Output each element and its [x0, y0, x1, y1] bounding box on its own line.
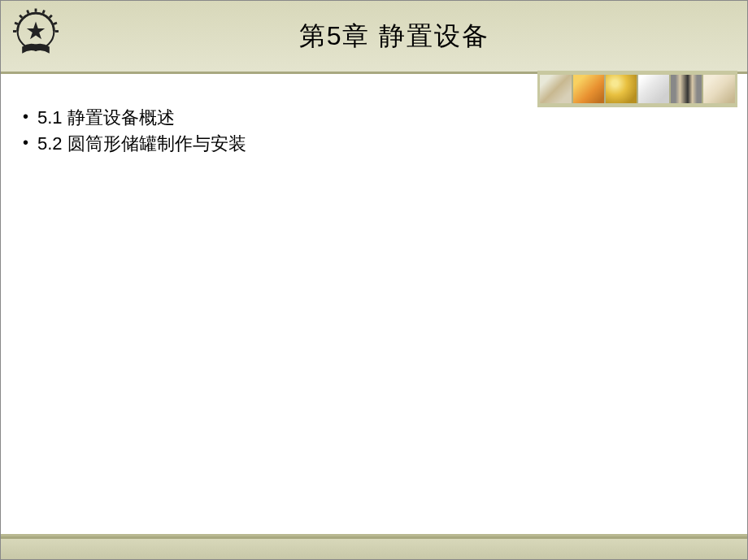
thumb-icon [702, 75, 735, 103]
thumb-icon [605, 75, 637, 103]
thumb-icon [540, 75, 572, 103]
thumb-icon [670, 75, 702, 103]
svg-rect-1 [35, 9, 37, 12]
bullet-list: 5.1 静置设备概述 5.2 圆筒形储罐制作与安装 [21, 105, 727, 157]
thumb-icon [572, 75, 605, 103]
list-item: 5.2 圆筒形储罐制作与安装 [21, 131, 727, 157]
list-item: 5.1 静置设备概述 [21, 105, 727, 131]
thumbnail-strip [537, 71, 737, 107]
slide-footer [1, 536, 747, 559]
slide-title: 第5章 静置设备 [1, 19, 747, 54]
svg-rect-8 [55, 30, 59, 33]
logo-emblem-icon [7, 6, 64, 63]
svg-rect-9 [13, 30, 16, 33]
slide-header: 第5章 静置设备 [1, 1, 747, 74]
slide-content: 5.1 静置设备概述 5.2 圆筒形储罐制作与安装 [1, 74, 747, 536]
thumb-icon [637, 75, 670, 103]
slide-container: 第5章 静置设备 5.1 静置设备概述 5.2 圆筒形储罐制作与安装 [0, 0, 748, 560]
